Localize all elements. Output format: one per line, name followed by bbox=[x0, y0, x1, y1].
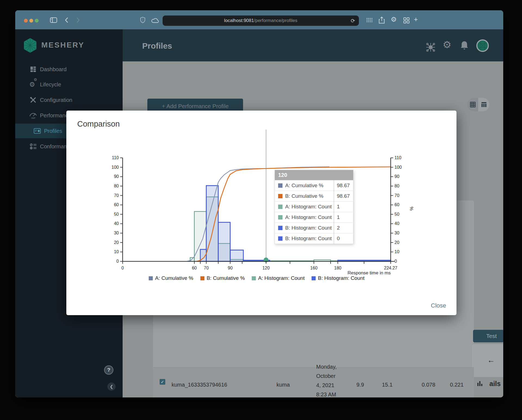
svg-text:20: 20 bbox=[394, 240, 399, 245]
reload-icon[interactable]: ⟳ bbox=[351, 18, 355, 24]
run-test-button[interactable]: Test bbox=[473, 330, 503, 342]
svg-text:90: 90 bbox=[394, 174, 399, 179]
notifications-bell-icon[interactable] bbox=[460, 41, 469, 50]
forward-button[interactable] bbox=[76, 17, 80, 23]
chart-tooltip: 120 A: Cumulative % 98.67 B: Cumulative … bbox=[275, 170, 353, 244]
dashboard-icon bbox=[29, 66, 38, 73]
grid-view-button[interactable] bbox=[467, 98, 478, 111]
legend-item[interactable]: A: Cumulative % bbox=[149, 275, 193, 281]
svg-text:10: 10 bbox=[394, 249, 399, 254]
back-arrow-icon[interactable]: ← bbox=[487, 356, 495, 365]
mesh-adapters-icon[interactable] bbox=[425, 42, 436, 53]
brand[interactable]: MESHERY bbox=[15, 29, 123, 61]
grid-dots-icon[interactable] bbox=[366, 18, 373, 23]
duration-cell: 15.1 bbox=[382, 382, 393, 388]
legend-item[interactable]: B: Histogram: Count bbox=[312, 275, 364, 281]
series-swatch bbox=[278, 215, 282, 220]
view-chart-icon[interactable] bbox=[477, 381, 483, 387]
sidebar-item-label: Profiles bbox=[44, 128, 62, 134]
svg-text:20: 20 bbox=[114, 240, 119, 245]
legend-swatch bbox=[252, 276, 256, 280]
view-toggle bbox=[467, 98, 489, 111]
svg-text:180: 180 bbox=[334, 266, 341, 270]
privacy-shield-icon[interactable] bbox=[140, 17, 145, 23]
svg-text:110: 110 bbox=[112, 155, 119, 160]
svg-text:60: 60 bbox=[394, 202, 399, 207]
svg-text:60: 60 bbox=[192, 266, 197, 270]
sidebar-item-dashboard[interactable]: Dashboard bbox=[15, 62, 123, 77]
browser-window: localhost:9081/performance/profiles ⟳ ⚙ … bbox=[15, 10, 503, 397]
sidebar-item-label: Configuration bbox=[40, 97, 72, 103]
svg-text:80: 80 bbox=[114, 184, 119, 188]
share-icon[interactable] bbox=[379, 17, 385, 24]
sidebar-item-label: Dashboard bbox=[40, 66, 67, 73]
sidebar-item-lifecycle[interactable]: ⚙⚙ Lifecycle bbox=[15, 77, 123, 92]
meshery-logo-icon bbox=[22, 37, 38, 53]
mesh-cell: kuma bbox=[276, 382, 290, 388]
svg-text:40: 40 bbox=[114, 221, 119, 226]
settings-icon[interactable]: ⚙ bbox=[443, 39, 451, 51]
url-bar[interactable]: localhost:9081/performance/profiles bbox=[163, 15, 359, 26]
settings-gear-icon[interactable]: ⚙ bbox=[391, 17, 397, 22]
legend-swatch bbox=[149, 276, 153, 280]
back-button[interactable] bbox=[65, 17, 69, 23]
url-path: /performance/profiles bbox=[254, 18, 297, 23]
tooltip-row: A: Histogram: Count 1 bbox=[275, 212, 353, 222]
row-checkbox[interactable]: ✓ bbox=[160, 379, 165, 385]
table-row[interactable]: ✓ kuma_1633353794616 kuma Monday, Octobe… bbox=[153, 367, 474, 397]
svg-text:0: 0 bbox=[394, 259, 397, 264]
help-button[interactable]: ? bbox=[104, 365, 113, 375]
series-swatch bbox=[278, 205, 282, 209]
series-swatch bbox=[278, 236, 282, 241]
close-window-button[interactable] bbox=[24, 19, 28, 23]
legend-swatch bbox=[200, 276, 204, 280]
svg-text:90: 90 bbox=[114, 174, 119, 179]
tab-overview-icon[interactable] bbox=[403, 17, 409, 23]
svg-text:SMP: SMP bbox=[31, 117, 36, 119]
svg-text:100: 100 bbox=[394, 165, 402, 170]
tooltip-header: 120 bbox=[275, 170, 353, 180]
brand-name: MESHERY bbox=[41, 41, 84, 49]
grid-view-icon bbox=[470, 102, 476, 108]
sidebar-item-configuration[interactable]: Configuration bbox=[15, 93, 123, 107]
legend-swatch bbox=[312, 276, 316, 280]
performance-speedometer-icon: SMP bbox=[29, 112, 38, 119]
new-tab-icon[interactable]: + bbox=[414, 17, 418, 22]
configuration-tools-icon bbox=[29, 97, 38, 103]
svg-text:70: 70 bbox=[204, 266, 209, 270]
svg-text:110: 110 bbox=[394, 155, 402, 160]
minimize-window-button[interactable] bbox=[29, 19, 33, 23]
svg-text:50: 50 bbox=[114, 212, 119, 217]
tooltip-row: B: Histogram: Count 0 bbox=[275, 233, 353, 244]
svg-text:%: % bbox=[409, 206, 414, 211]
svg-text:30: 30 bbox=[394, 231, 399, 235]
series-swatch bbox=[278, 226, 282, 230]
svg-text:30: 30 bbox=[114, 231, 119, 235]
sidebar-toggle-icon[interactable] bbox=[50, 17, 57, 23]
legend-item[interactable]: A: Histogram: Count bbox=[252, 275, 304, 281]
profiles-card-icon bbox=[33, 128, 42, 134]
svg-text:50: 50 bbox=[394, 212, 399, 217]
p99-cell: 0.221 bbox=[450, 382, 464, 388]
browser-chrome: localhost:9081/performance/profiles ⟳ ⚙ … bbox=[15, 10, 503, 29]
collapse-sidebar-button[interactable]: ❮ bbox=[107, 383, 116, 391]
svg-text:160: 160 bbox=[310, 266, 318, 270]
tooltip-row: A: Histogram: Count 1 bbox=[275, 201, 353, 212]
svg-text:40: 40 bbox=[394, 221, 399, 226]
legend-item[interactable]: B: Cumulative % bbox=[200, 275, 245, 281]
svg-text:224.27: 224.27 bbox=[384, 266, 397, 270]
svg-text:0: 0 bbox=[116, 259, 119, 264]
table-view-button[interactable] bbox=[478, 98, 489, 111]
zoom-window-button[interactable] bbox=[35, 19, 39, 23]
page-title: Profiles bbox=[142, 41, 172, 51]
details-heading-partial: ails bbox=[489, 380, 501, 388]
svg-text:120: 120 bbox=[262, 266, 270, 270]
cloud-icon[interactable] bbox=[151, 18, 159, 23]
svg-text:0: 0 bbox=[122, 266, 124, 270]
url-host: localhost:9081 bbox=[224, 18, 254, 23]
svg-text:100: 100 bbox=[111, 165, 119, 170]
profile-mini-card: ← bbox=[471, 344, 503, 377]
svg-text:70: 70 bbox=[394, 193, 399, 198]
user-avatar[interactable] bbox=[476, 39, 489, 52]
close-modal-button[interactable]: Close bbox=[431, 302, 446, 309]
